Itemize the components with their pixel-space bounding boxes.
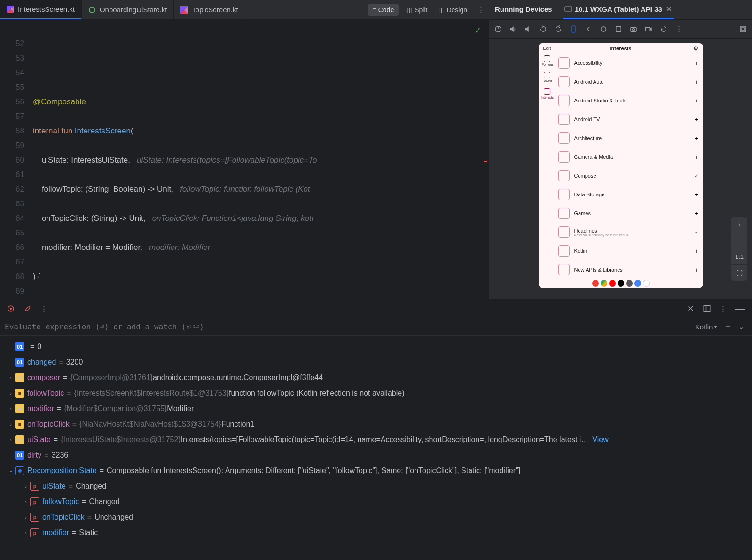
svg-rect-18 [742,28,744,31]
running-devices-tab[interactable]: Running Devices [493,0,554,19]
device-topic-list[interactable]: Accessibility+Android Auto+Android Studi… [556,54,703,279]
debug-variable-row[interactable]: ›pfollowTopic = Changed [0,494,752,509]
rotate-right-icon[interactable] [554,25,563,33]
variables-panel[interactable]: 01 = 001changed = 3200›≡composer = {Comp… [0,336,752,560]
twistie-icon[interactable]: › [22,530,30,536]
view-mode-design[interactable]: ◫Design [434,4,472,16]
close-icon[interactable]: ✕ [666,5,672,13]
watch-input[interactable] [5,322,691,331]
device-icon [564,5,572,13]
side-nav-item[interactable]: For you [542,55,553,66]
debug-variable-row[interactable]: ›puiState = Changed [0,478,752,494]
topic-row[interactable]: Android Auto+ [556,72,703,91]
debug-variable-row[interactable]: ›≡uiState = {InterestsUiState$Interests@… [0,432,752,447]
view-mode-code[interactable]: ≡Code [368,4,399,16]
reset-icon[interactable] [659,25,668,33]
twistie-icon[interactable]: › [7,406,15,412]
zoom-out[interactable]: − [731,233,747,249]
twistie-icon[interactable]: › [7,390,15,396]
debug-variable-row[interactable]: ›pmodifier = Static [0,525,752,540]
nav-overview-icon[interactable] [614,25,623,33]
tab-topic-screen[interactable]: TopicScreen.kt [174,0,245,19]
nav-back-icon[interactable] [584,25,593,33]
debug-variable-row[interactable]: ›ponTopicClick = Unchanged [0,509,752,525]
twistie-icon[interactable]: ⌄ [7,467,15,474]
power-icon[interactable] [494,25,502,33]
debug-variable-row[interactable]: 01changed = 3200 [0,354,752,370]
topic-row[interactable]: New APIs & Libraries+ [556,260,703,279]
topic-row[interactable]: Accessibility+ [556,54,703,72]
twistie-icon[interactable]: › [7,375,15,381]
var-name: changed [27,358,56,366]
device-frame-icon[interactable] [569,25,578,33]
zoom-fit[interactable]: 1:1 [731,249,747,265]
twistie-icon[interactable]: › [7,437,15,443]
code-area[interactable]: @Composable internal fun InterestsScreen… [33,20,489,299]
record-icon[interactable] [644,25,653,33]
svg-point-11 [601,26,606,31]
watch-language[interactable]: Kotlin ▾ [691,323,721,331]
twistie-icon[interactable]: › [22,483,30,489]
minimize-icon[interactable]: — [735,303,745,315]
overflow-icon[interactable]: ⋮ [720,304,727,313]
twistie-icon[interactable]: › [22,499,30,505]
leaf-icon[interactable] [24,304,32,313]
twistie-icon[interactable]: › [22,514,30,520]
gear-icon[interactable]: ⚙ [693,45,698,52]
view-link[interactable]: View [592,436,608,444]
topic-row[interactable]: Games+ [556,204,703,223]
add-watch-icon[interactable]: + [721,321,736,332]
debug-variable-row[interactable]: ›≡modifier = {Modifier$Companion@31755} … [0,401,752,416]
debug-variable-row[interactable]: ›≡composer = {ComposerImpl@31761} androi… [0,370,752,385]
expand-icon[interactable] [739,25,747,33]
side-nav-item[interactable]: Interests [541,88,554,99]
close-icon[interactable]: ✕ [687,303,694,314]
rotate-left-icon[interactable] [539,25,548,33]
debug-variable-row[interactable]: ⌄◈Recomposition State = Composable fun I… [0,463,752,478]
debug-variable-row[interactable]: ›≡onTopicClick = {NiaNavHostKt$NiaNavHos… [0,416,752,432]
emulator-screen[interactable]: Edit Interests ⚙ For youSavedInterests A… [539,43,703,288]
topic-row[interactable]: HeadlinesNews you'll definitely be inter… [556,223,703,241]
topic-row[interactable]: Data Storage+ [556,185,703,204]
chevron-down-icon[interactable]: ⌄ [736,323,747,331]
zoom-in[interactable]: + [731,217,747,233]
debug-variable-row[interactable]: 01dirty = 3236 [0,447,752,463]
target-icon[interactable] [7,304,15,313]
nav-home-icon[interactable] [599,25,608,33]
var-type-icon: p [30,513,39,522]
var-name: dirty [27,451,41,459]
twistie-icon[interactable]: › [7,421,15,427]
var-type-icon: ≡ [15,373,24,382]
topic-row[interactable]: Architecture+ [556,129,703,148]
kotlin-file-icon [7,6,14,13]
debug-variable-row[interactable]: ›≡followTopic = {InterestsScreenKt$Inter… [0,385,752,401]
topic-row[interactable]: Kotlin+ [556,241,703,260]
tab-label: TopicScreen.kt [192,6,238,14]
editor-scrollbar[interactable] [482,20,489,299]
layout-icon[interactable] [703,304,711,313]
topic-row[interactable]: Compose✓ [556,166,703,185]
tab-onboarding[interactable]: OnboardingUiState.kt [82,0,174,19]
tab-interests-screen[interactable]: InterestsScreen.kt [0,0,82,19]
more-icon[interactable]: ⋮ [40,304,47,313]
topic-row[interactable]: Android TV+ [556,110,703,129]
volume-up-icon[interactable] [509,25,517,33]
device-tab[interactable]: 10.1 WXGA (Tablet) API 33 ✕ [563,0,674,19]
volume-down-icon[interactable] [524,25,533,33]
var-name: modifier [27,404,54,413]
more-icon[interactable]: ⋮ [674,25,683,33]
tab-overflow-icon[interactable]: ⋮ [478,6,485,14]
tab-label: OnboardingUiState.kt [100,6,167,14]
edit-label: Edit [543,46,551,51]
kotlin-file-icon [180,6,188,14]
screenshot-icon[interactable] [629,25,638,33]
svg-point-14 [633,28,635,31]
svg-rect-12 [616,26,621,31]
side-nav-item[interactable]: Saved [543,72,552,83]
topic-row[interactable]: Camera & Media+ [556,148,703,166]
topic-row[interactable]: Android Studio & Tools+ [556,91,703,110]
view-mode-split[interactable]: ▯▯Split [400,4,432,16]
code-editor[interactable]: ✓ 52535455565758596061626364656667686970… [0,20,489,299]
debug-variable-row[interactable]: 01 = 0 [0,339,752,354]
zoom-full[interactable]: ⛶ [731,265,747,281]
